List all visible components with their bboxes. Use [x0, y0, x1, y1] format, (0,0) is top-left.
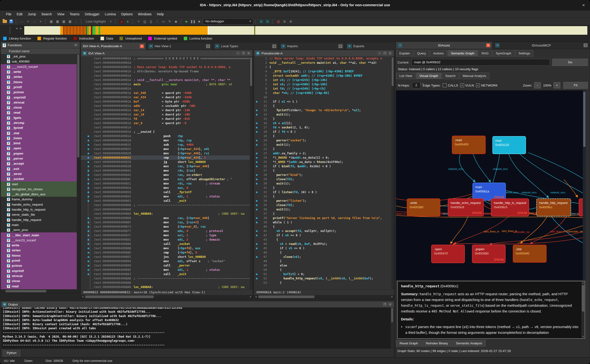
breakpoint-icon[interactable]: ▲	[119, 19, 124, 24]
subtab-symgraph[interactable]: SymGraph	[492, 50, 515, 57]
forward-icon[interactable]: →	[32, 19, 37, 24]
pseudocode-line[interactable]: 36 exit(1);	[254, 207, 394, 212]
graph-scrollbar[interactable]	[583, 90, 586, 280]
diamond-icon[interactable]: ◆	[173, 19, 179, 24]
graph-node-open[interactable]: .open0x400470	[431, 245, 465, 263]
function-row[interactable]: f_write	[1, 69, 77, 74]
disasm-line[interactable]: .text:0000000000400B73 mov [rbp+var_8], …	[81, 225, 252, 229]
red-list-icon[interactable]: ▤	[276, 19, 281, 24]
window-close-icon[interactable]: ✕	[580, 2, 587, 8]
ida-view-horizontal-scrollbar[interactable]: ◄►	[81, 295, 252, 299]
disasm-line[interactable]: .text:0000000000400B1Avar_8 = qword ptr …	[81, 121, 252, 125]
pseudocode-line[interactable]: 39 while ( 1 )	[254, 220, 394, 225]
function-row[interactable]: f_exit	[1, 166, 77, 171]
pseudocode-line[interactable]: 34 perror("listen");	[254, 199, 394, 203]
disasm-line[interactable]: .text:0000000000400B51 mov rdi, rax ; st…	[81, 182, 252, 186]
graph-node-main[interactable]: main0x400b1a[VULN]	[472, 182, 506, 201]
subtab-semantic-graph[interactable]: Semantic Graph	[448, 50, 478, 57]
semantic-graph-canvas[interactable]: network_recvnetwork_recvnetwork_recvnetw…	[396, 90, 586, 280]
snippet-icon[interactable]: ⌑	[136, 19, 141, 24]
pseudocode-line[interactable]: 1// Main server loop: binds TCP socket t…	[254, 56, 394, 61]
disasm-line[interactable]: .text:0000000000400B45 mov rax, cs:stder…	[81, 173, 252, 177]
function-row[interactable]: fhandle_http_ls_request	[1, 207, 77, 212]
pseudocode-line[interactable]: 8 int fd; // [rsp+434h] [rbp-Ch]	[254, 86, 394, 91]
assist-tab-idassistmcp[interactable]: ▤IDAssistMCP✕	[493, 41, 590, 49]
pseudocode-line[interactable]: 14 exit(1);	[254, 112, 394, 117]
function-row[interactable]: fmain	[1, 222, 77, 228]
ida-view-close-icon[interactable]: ✕	[246, 51, 251, 55]
function-row[interactable]: f_read	[1, 110, 77, 115]
edit-icon[interactable]: ✎	[167, 19, 172, 24]
pseudocode-line[interactable]: 32 if ( listen(fd, 10) < 0 )	[254, 190, 394, 194]
disasm-line[interactable]: .text:0000000000400BA3 call _exit	[81, 272, 252, 276]
disasm-line[interactable]: .text:0000000000400B68; ----------------…	[81, 203, 252, 207]
subtab-actions[interactable]: Actions	[430, 50, 447, 57]
pseudocode-line[interactable]: 13 fprintf(stderr, "Usage: %s <directory…	[254, 108, 394, 112]
disasm-line[interactable]: .text:0000000000400B4C mov esi, offset a…	[81, 177, 252, 182]
zoom-out-button[interactable]: -	[534, 82, 541, 88]
navband-drag-handle[interactable]	[10, 27, 12, 33]
jump-icon[interactable]: ↓	[74, 19, 79, 24]
function-row[interactable]: fwrite	[1, 243, 77, 248]
disasm-line[interactable]: .text:0000000000400B1Avar_440 = qword pt…	[81, 91, 252, 95]
pseudocode-line[interactable]: 52 handle_http_request(v6, (__int64)v8, …	[254, 276, 394, 281]
function-row[interactable]: fserve_static_file	[1, 212, 77, 217]
viewtab-visual-graph[interactable]: Visual Graph	[416, 73, 442, 79]
disasm-line[interactable]: .text:0000000000400B81 mov edi, 2 ; doma…	[81, 237, 252, 242]
function-row[interactable]: f_term_proc	[1, 228, 77, 233]
output-close-icon[interactable]: ✕	[388, 302, 392, 306]
function-row[interactable]: fframe_dummy	[1, 197, 77, 202]
function-row[interactable]: f_socket	[1, 176, 77, 182]
function-row[interactable]: fstrncat	[1, 273, 77, 279]
disasm-line[interactable]: .text:0000000000400B8E cmp [rbp+fd], 0	[81, 250, 252, 255]
subtab-rag[interactable]: RAG	[478, 50, 492, 57]
pseudocode-line[interactable]: 9 char *v8; // [rsp+438h] [rbp-8h]	[254, 91, 394, 95]
enum-icon[interactable]: ▦	[61, 19, 66, 24]
pseudocode-line[interactable]: 46 {	[254, 250, 394, 255]
disasm-line[interactable]: .text:0000000000400B1Aaddr = sockaddr pt…	[81, 104, 252, 108]
viewtab-list-view[interactable]: List View	[396, 73, 416, 79]
subtab-query[interactable]: Query	[414, 50, 429, 57]
pseudocode-line[interactable]: 50 {	[254, 268, 394, 272]
disasm-line[interactable]: .text:0000000000400B68loc_400B68: ; CODE…	[81, 212, 252, 216]
function-row[interactable]: f_bind	[1, 141, 77, 146]
disasm-line[interactable]: .text:0000000000400B1Avar_14 = dword ptr…	[81, 108, 252, 112]
function-row[interactable]: f_pclose	[1, 90, 77, 95]
function-row[interactable]: fhandle_echo_request	[1, 202, 77, 207]
function-row[interactable]: fprintf	[1, 258, 77, 263]
viewtab-search[interactable]: Search	[442, 73, 459, 79]
debugger-select[interactable]: No debugger	[203, 19, 253, 25]
ida-view-header[interactable]: ▤ IDA View-A ▫❐✕	[81, 50, 252, 57]
pseudocode-line[interactable]: 22 }	[254, 147, 394, 151]
disasm-line[interactable]: .text:0000000000400B1Afd = dword ptr -0C…	[81, 117, 252, 121]
pseudocode-line[interactable]: 47 close(v6);	[254, 255, 394, 259]
pseudocode-line[interactable]: 24 *(_DWORD *)&addr.sa_data[2] = 0;	[254, 156, 394, 160]
graph-node-read[interactable]: .read0x400400	[452, 136, 486, 154]
function-row[interactable]: fhandle_http_request	[1, 217, 77, 222]
disasm-line[interactable]: .text:0000000000400B1Avar_434 = dword pt…	[81, 95, 252, 99]
nhops-spinner[interactable]: 2▲ ▼	[412, 82, 421, 88]
function-row[interactable]: f__isoc23_sscanf	[1, 238, 77, 243]
disasm-line[interactable]: .text:0000000000400B1A; void __fastcall …	[81, 78, 252, 82]
function-row[interactable]: fhtons	[1, 253, 77, 258]
disasm-line[interactable]: .text:0000000000400B1A; Main server loop…	[81, 65, 252, 69]
disasm-line[interactable]: .text:0000000000400B1E sub rsp, 440h	[81, 143, 252, 147]
edge-type-checkbox-vuln[interactable]: ✓VULN	[460, 83, 474, 87]
pseudocode-line[interactable]: 15 }	[254, 117, 394, 121]
function-row[interactable]: fsub_400360	[1, 59, 77, 64]
doc-tab-close-icon[interactable]: ✕	[338, 44, 343, 48]
list1-icon[interactable]: ≣	[282, 19, 287, 24]
forward-dropdown-icon[interactable]: ▾	[38, 19, 43, 24]
pseudocode-float-icon[interactable]: ▫	[378, 51, 382, 55]
functions-close-icon[interactable]: ✕	[74, 43, 78, 47]
pseudocode-line[interactable]: 37 }	[254, 212, 394, 216]
disasm-line[interactable]: .text:0000000000400B1A; =============== …	[81, 56, 252, 61]
navband-arrows-icon[interactable]: ◄ ►	[15, 27, 23, 30]
db-icon[interactable]: ▦	[49, 19, 54, 24]
menu-item-options[interactable]: Options	[119, 11, 135, 18]
pseudocode-line[interactable]: 16 v8 = a2[1];	[254, 121, 394, 125]
disasm-line[interactable]: .text:0000000000400B32 cmp [rbp+var_434]…	[81, 156, 252, 160]
disasm-line[interactable]: .text:0000000000400B1A; __unwind {	[81, 130, 252, 134]
graph-g2-icon[interactable]: G	[265, 19, 270, 24]
function-row[interactable]: fstart	[1, 182, 77, 186]
